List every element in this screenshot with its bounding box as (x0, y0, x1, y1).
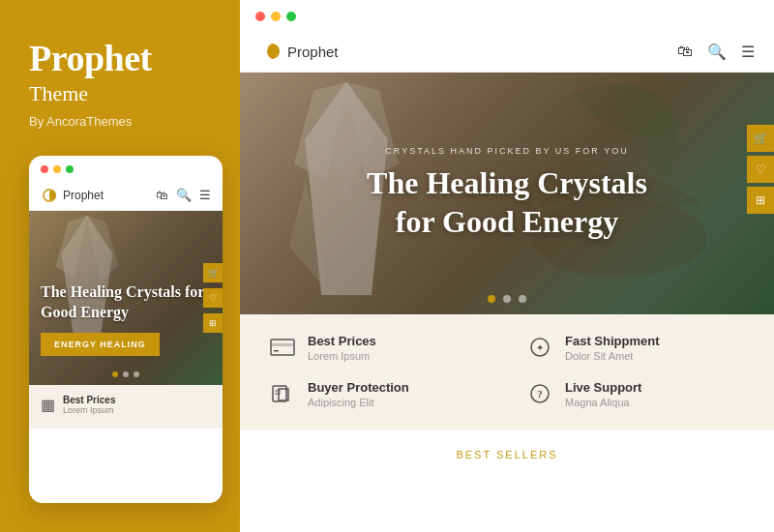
best-prices-text: Best Prices Lorem Ipsum (308, 334, 376, 362)
buyer-protection-text: Buyer Protection Adipiscing Elit (308, 380, 409, 408)
desktop-features-section: Best Prices Lorem Ipsum ✦ Fast Shippment… (240, 314, 774, 430)
desktop-slider-dot-3[interactable] (519, 295, 526, 303)
desktop-hero-title: The Healing Crystals for Good Energy (362, 163, 652, 241)
mobile-logo-text: Prophet (63, 189, 104, 202)
desktop-nav: Prophet 🛍 🔍 ☰ (240, 31, 774, 73)
theme-title: Prophet Theme By AncoraThemes (29, 39, 211, 129)
desktop-slider-dots (488, 295, 526, 303)
desktop-hero-content: CRYSTALS HAND PICKED BY US FOR YOU The H… (362, 146, 652, 241)
mobile-hero-content: The Healing Crystals for Good Energy ENE… (41, 282, 211, 356)
live-support-title: Live Support (565, 380, 641, 395)
slider-dot-3[interactable] (134, 371, 139, 377)
mobile-traffic-lights (29, 156, 223, 181)
best-prices-title: Best Prices (308, 334, 376, 348)
desktop-logo: Prophet (259, 41, 339, 62)
live-support-text: Live Support Magna Aliqua (565, 380, 641, 408)
theme-subtitle: Theme (29, 81, 211, 106)
best-prices-icon: ▦ (41, 396, 55, 414)
mobile-mockup: Prophet 🛍 🔍 ☰ The Healing Crystals for G… (29, 156, 223, 503)
desktop-bag-icon[interactable]: 🛍 (677, 43, 693, 60)
mobile-feature-text: Best Prices Lorem Ipsum (63, 395, 115, 415)
best-sellers-section: BEST SELLERS (240, 430, 774, 477)
mobile-hero: The Healing Crystals for Good Energy ENE… (29, 211, 223, 385)
close-dot (255, 12, 265, 21)
best-sellers-label: BEST SELLERS (456, 449, 557, 460)
desktop-hero-eyebrow: CRYSTALS HAND PICKED BY US FOR YOU (362, 146, 652, 156)
moon-icon (41, 187, 58, 204)
best-prices-sub: Lorem Ipsum (308, 350, 376, 362)
feature-live-support: ? Live Support Magna Aliqua (526, 380, 745, 411)
menu-icon[interactable]: ☰ (199, 188, 211, 203)
close-dot (41, 165, 48, 173)
desktop-cart-float-icon[interactable]: 🛒 (747, 125, 774, 152)
slider-dot-2[interactable] (123, 371, 129, 377)
mobile-slider-dots (112, 371, 139, 377)
live-support-sub: Magna Aliqua (565, 397, 641, 408)
fast-shippment-text: Fast Shippment Dolor Sit Amet (565, 334, 660, 362)
minimize-dot (271, 12, 281, 21)
search-icon[interactable]: 🔍 (176, 188, 192, 203)
svg-rect-10 (271, 343, 294, 346)
desktop-wishlist-float-icon[interactable]: ♡ (747, 156, 774, 183)
cart-float-icon[interactable]: 🛒 (203, 263, 223, 282)
mobile-logo: Prophet (41, 187, 104, 204)
svg-rect-9 (271, 340, 294, 355)
svg-rect-11 (274, 350, 279, 352)
desktop-nav-icons: 🛍 🔍 ☰ (677, 43, 755, 61)
mobile-nav: Prophet 🛍 🔍 ☰ (29, 181, 223, 211)
desktop-traffic-lights (240, 0, 774, 31)
bag-icon[interactable]: 🛍 (156, 188, 168, 203)
svg-text:?: ? (537, 388, 543, 399)
fullscreen-dot (66, 165, 74, 173)
desktop-compare-float-icon[interactable]: ⊞ (747, 187, 774, 214)
best-prices-icon (269, 336, 296, 365)
desktop-logo-text: Prophet (287, 44, 339, 60)
mobile-features: ▦ Best Prices Lorem Ipsum (29, 385, 223, 429)
fast-shippment-title: Fast Shippment (565, 334, 660, 348)
fast-shippment-sub: Dolor Sit Amet (565, 350, 660, 362)
best-prices-sub: Lorem Ipsum (63, 405, 115, 415)
slider-dot-1[interactable] (112, 371, 118, 377)
buyer-protection-sub: Adipiscing Elit (308, 397, 409, 408)
buyer-protection-icon (269, 382, 296, 411)
energy-healing-button[interactable]: ENERGY HEALING (41, 333, 160, 356)
desktop-hero: CRYSTALS HAND PICKED BY US FOR YOU The H… (240, 73, 774, 314)
prophet-title: Prophet (29, 39, 211, 79)
live-support-icon: ? (526, 382, 553, 411)
desktop-search-icon[interactable]: 🔍 (707, 43, 727, 61)
desktop-mockup: Prophet 🛍 🔍 ☰ CRYSTALS HAND PICKED BY US… (240, 0, 774, 532)
fullscreen-dot (286, 12, 296, 21)
svg-text:✦: ✦ (536, 342, 544, 353)
left-panel: Prophet Theme By AncoraThemes Prophet 🛍 … (0, 0, 240, 532)
mobile-nav-icons: 🛍 🔍 ☰ (156, 188, 211, 203)
mobile-feature-best-prices: ▦ Best Prices Lorem Ipsum (41, 395, 211, 415)
desktop-right-float-icons: 🛒 ♡ ⊞ (747, 125, 774, 214)
desktop-moon-icon (259, 41, 281, 62)
compare-float-icon[interactable]: ⊞ (203, 313, 223, 333)
feature-best-prices: Best Prices Lorem Ipsum (269, 334, 488, 365)
feature-buyer-protection: Buyer Protection Adipiscing Elit (269, 380, 488, 411)
desktop-menu-icon[interactable]: ☰ (741, 43, 755, 61)
best-prices-title: Best Prices (63, 395, 115, 405)
desktop-slider-dot-2[interactable] (503, 295, 511, 303)
mobile-hero-title: The Healing Crystals for Good Energy (41, 282, 211, 323)
author-label: By AncoraThemes (29, 114, 211, 129)
feature-fast-shippment: ✦ Fast Shippment Dolor Sit Amet (526, 334, 745, 365)
wishlist-float-icon[interactable]: ♡ (203, 288, 223, 308)
minimize-dot (53, 165, 61, 173)
desktop-slider-dot-1[interactable] (488, 295, 495, 303)
buyer-protection-title: Buyer Protection (308, 380, 409, 395)
mobile-right-float-icons: 🛒 ♡ ⊞ (203, 263, 223, 333)
fast-ship-icon: ✦ (526, 336, 553, 365)
